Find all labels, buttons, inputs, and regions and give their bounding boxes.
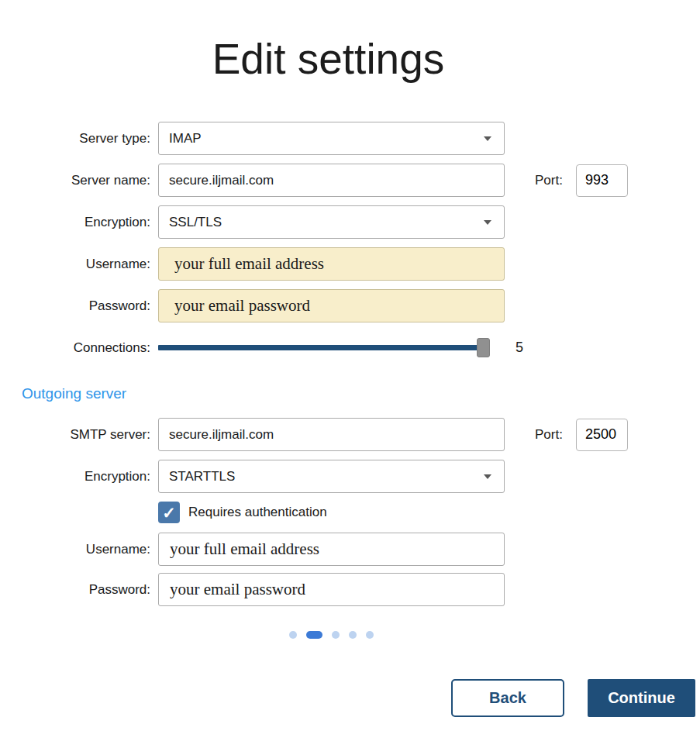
connections-label: Connections: xyxy=(0,340,158,356)
connections-row: Connections: 5 xyxy=(0,331,700,364)
smtp-server-input[interactable] xyxy=(158,418,505,451)
outgoing-password-row: Password: xyxy=(0,573,700,606)
incoming-password-label: Password: xyxy=(0,298,158,314)
outgoing-encryption-label: Encryption: xyxy=(0,469,158,484)
edit-settings-dialog: Edit settings Server type: IMAP Server n… xyxy=(0,0,700,731)
wizard-pagination xyxy=(158,631,505,639)
outgoing-encryption-row: Encryption: STARTTLS xyxy=(0,460,700,493)
incoming-encryption-dropdown[interactable]: SSL/TLS xyxy=(158,205,505,239)
checkmark-icon: ✓ xyxy=(162,505,176,521)
server-type-row: Server type: IMAP xyxy=(0,122,700,155)
outgoing-server-form: SMTP server: Port: Encryption: STARTTLS … xyxy=(0,418,700,615)
imap-port-label: Port: xyxy=(535,173,563,188)
page-title: Edit settings xyxy=(0,34,657,84)
incoming-server-form: Server type: IMAP Server name: Port: Enc… xyxy=(0,122,700,373)
pagination-dot xyxy=(289,631,297,639)
outgoing-password-input[interactable] xyxy=(158,573,505,606)
outgoing-username-row: Username: xyxy=(0,533,700,566)
incoming-username-input[interactable] xyxy=(158,247,505,281)
server-name-input[interactable] xyxy=(158,164,505,197)
smtp-server-label: SMTP server: xyxy=(0,427,158,443)
pagination-dot xyxy=(332,631,340,639)
back-button[interactable]: Back xyxy=(451,679,564,717)
server-name-row: Server name: Port: xyxy=(0,164,700,197)
pagination-dot xyxy=(349,631,357,639)
outgoing-username-input[interactable] xyxy=(158,533,505,566)
incoming-username-row: Username: xyxy=(0,247,700,281)
requires-auth-checkbox[interactable]: ✓ xyxy=(158,502,180,523)
slider-thumb[interactable] xyxy=(477,338,490,357)
pagination-dot-active xyxy=(306,631,322,639)
chevron-down-icon xyxy=(484,474,491,479)
smtp-port-label: Port: xyxy=(535,427,563,443)
server-type-label: Server type: xyxy=(0,131,158,147)
server-type-value: IMAP xyxy=(169,131,202,146)
connections-slider[interactable] xyxy=(158,331,505,364)
slider-track[interactable] xyxy=(158,345,490,350)
incoming-password-row: Password: xyxy=(0,289,700,322)
server-type-dropdown[interactable]: IMAP xyxy=(158,122,505,155)
server-name-label: Server name: xyxy=(0,173,158,188)
outgoing-encryption-dropdown[interactable]: STARTTLS xyxy=(158,460,505,493)
connections-value: 5 xyxy=(516,340,523,356)
imap-port-input[interactable] xyxy=(576,164,628,197)
incoming-encryption-row: Encryption: SSL/TLS xyxy=(0,205,700,239)
continue-button[interactable]: Continue xyxy=(588,679,695,717)
incoming-username-label: Username: xyxy=(0,257,158,272)
pagination-dot xyxy=(366,631,374,639)
smtp-server-row: SMTP server: Port: xyxy=(0,418,700,451)
outgoing-encryption-value: STARTTLS xyxy=(169,469,235,484)
smtp-port-input[interactable] xyxy=(576,419,628,451)
outgoing-server-section-title: Outgoing server xyxy=(22,385,126,402)
outgoing-password-label: Password: xyxy=(0,582,158,598)
incoming-encryption-label: Encryption: xyxy=(0,215,158,230)
incoming-password-input[interactable] xyxy=(158,289,505,322)
incoming-encryption-value: SSL/TLS xyxy=(169,215,222,229)
chevron-down-icon xyxy=(484,220,491,225)
requires-auth-row: ✓ Requires authentication xyxy=(158,502,700,523)
footer-buttons: Back Continue xyxy=(451,679,695,717)
requires-auth-label: Requires authentication xyxy=(188,505,327,520)
outgoing-username-label: Username: xyxy=(0,542,158,557)
chevron-down-icon xyxy=(484,136,491,141)
